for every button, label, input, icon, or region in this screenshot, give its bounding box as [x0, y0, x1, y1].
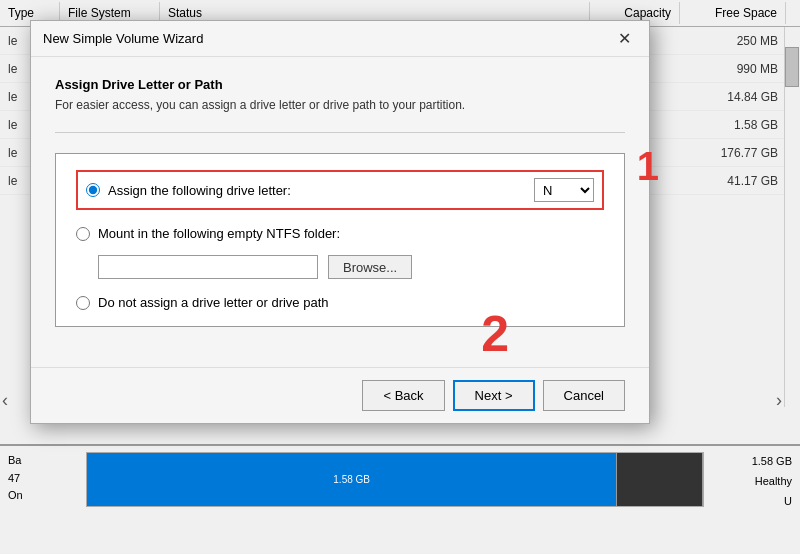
no-assign-radio[interactable] [76, 296, 90, 310]
disk-bar: 1.58 GB [86, 452, 704, 507]
dialog-footer: < Back Next > Cancel [31, 367, 649, 423]
next-button[interactable]: Next > [453, 380, 535, 411]
assign-letter-radio[interactable] [86, 183, 100, 197]
folder-input-row: Browse... [98, 255, 604, 279]
mount-folder-label: Mount in the following empty NTFS folder… [98, 226, 604, 241]
dialog-titlebar: New Simple Volume Wizard ✕ [31, 21, 649, 57]
assign-letter-label: Assign the following drive letter: [108, 183, 534, 198]
disk-view-panel: Ba 47 On 1.58 GB 1.58 GB Healthy U [0, 444, 800, 554]
section-desc: For easier access, you can assign a driv… [55, 98, 625, 112]
wizard-dialog: New Simple Volume Wizard ✕ Assign Drive … [30, 20, 650, 424]
scroll-thumb[interactable] [785, 47, 799, 87]
mount-folder-radio[interactable] [76, 227, 90, 241]
disk-segment-used: 1.58 GB [87, 453, 617, 506]
section-divider [55, 132, 625, 133]
scrollbar[interactable] [784, 27, 800, 407]
dialog-title: New Simple Volume Wizard [43, 31, 203, 46]
drive-letter-select[interactable]: N [534, 178, 594, 202]
mount-folder-option: Mount in the following empty NTFS folder… [76, 226, 604, 241]
browse-button[interactable]: Browse... [328, 255, 412, 279]
options-container: 1 Assign the following drive letter: N M… [55, 153, 625, 327]
disk-label: Ba 47 On [8, 452, 78, 505]
scroll-right-arrow[interactable]: › [776, 390, 782, 411]
folder-path-input[interactable] [98, 255, 318, 279]
dialog-body: Assign Drive Letter or Path For easier a… [31, 57, 649, 367]
disk-status: 1.58 GB Healthy U [712, 452, 792, 511]
back-button[interactable]: < Back [362, 380, 444, 411]
section-title: Assign Drive Letter or Path [55, 77, 625, 92]
annotation-2: 2 [481, 305, 509, 363]
scroll-left-arrow[interactable]: ‹ [2, 390, 8, 411]
close-button[interactable]: ✕ [611, 26, 637, 52]
no-assign-option: Do not assign a drive letter or drive pa… [76, 295, 604, 310]
no-assign-label: Do not assign a drive letter or drive pa… [98, 295, 604, 310]
cancel-button[interactable]: Cancel [543, 380, 625, 411]
col-freespace: Free Space [680, 2, 786, 24]
disk-segment-unallocated [617, 453, 703, 506]
assign-letter-option: Assign the following drive letter: N [76, 170, 604, 210]
annotation-1: 1 [637, 144, 659, 189]
